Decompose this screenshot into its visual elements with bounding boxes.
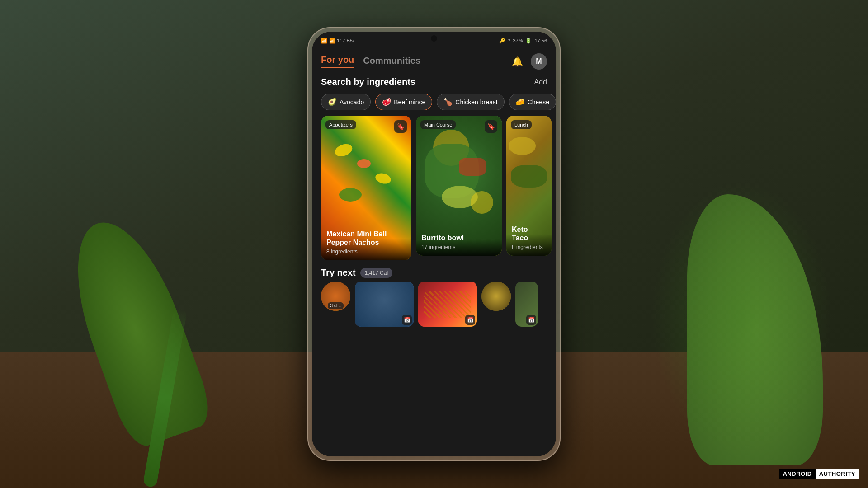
bg-blob <box>651 181 832 452</box>
nachos-title: Mexican Mini Bell Pepper Nachos <box>326 230 406 247</box>
chip-chicken-label: Chicken breast <box>455 99 497 106</box>
chip-cheese-label: Cheese <box>528 99 549 106</box>
chicken-emoji: 🍗 <box>443 98 453 106</box>
avatar[interactable]: M <box>531 53 547 70</box>
calendar-icon-3[interactable]: 📅 <box>465 315 475 325</box>
burrito-info: Burrito bowl 17 ingredients <box>416 228 502 256</box>
calendar-icon-5[interactable]: 📅 <box>526 315 536 325</box>
data-speed: 📶 117 B/s <box>329 38 354 44</box>
tab-communities[interactable]: Communities <box>363 56 420 68</box>
phone-device: 📶 📶 117 B/s 🔑 * 37% 🔋 17:56 For you Comm… <box>307 27 561 461</box>
cheese-emoji: 🧀 <box>516 98 525 106</box>
try-next-title: Try next <box>321 267 356 278</box>
status-left: 📶 📶 117 B/s <box>321 38 354 44</box>
avocado-emoji: 🥑 <box>328 98 337 106</box>
tab-for-you[interactable]: For you <box>321 55 354 68</box>
clock: 17:56 <box>534 38 547 43</box>
signal-icon: 📶 <box>321 38 327 44</box>
keto-info: Keto Taco 8 ingredients <box>506 220 552 256</box>
nav-tabs: For you Communities <box>321 55 420 68</box>
bluetooth-icon: * <box>508 38 510 43</box>
search-section-title: Search by ingredients <box>321 77 415 87</box>
burrito-title: Burrito bowl <box>421 234 496 242</box>
nachos-bookmark[interactable]: 🔖 <box>394 120 407 133</box>
nachos-tag: Appetizers <box>326 120 356 129</box>
burrito-tag: Main Course <box>420 120 456 129</box>
keto-ingredients: 8 ingredients <box>512 244 546 250</box>
status-right: 🔑 * 37% 🔋 17:56 <box>499 38 547 44</box>
beef-emoji: 🥩 <box>382 98 391 106</box>
search-section-header: Search by ingredients Add <box>312 73 556 92</box>
chip-beef-mince[interactable]: 🥩 Beef mince <box>375 94 432 110</box>
chip-chicken-breast[interactable]: 🍗 Chicken breast <box>437 94 504 110</box>
top-navigation: For you Communities 🔔 M <box>312 48 556 73</box>
recipe-card-burrito[interactable]: Main Course 🔖 Burrito bowl 17 ingredient… <box>416 116 502 256</box>
ingredient-chips-row: 🥑 Avocado 🥩 Beef mince 🍗 Chicken breast … <box>312 92 556 116</box>
chip-avocado-label: Avocado <box>340 99 364 106</box>
watermark: ANDROID AUTHORITY <box>779 469 859 479</box>
thumb-image-4 <box>481 282 511 311</box>
calendar-icon-2[interactable]: 📅 <box>402 315 412 325</box>
nav-actions: 🔔 M <box>509 53 547 70</box>
watermark-android: ANDROID <box>779 469 815 479</box>
bottom-thumb-1[interactable]: 3 cl... <box>321 282 350 311</box>
phone-screen: 📶 📶 117 B/s 🔑 * 37% 🔋 17:56 For you Comm… <box>312 32 556 456</box>
bottom-thumb-5[interactable]: 📅 <box>515 282 538 327</box>
thumb-label-1: 3 cl... <box>328 302 344 309</box>
chip-beef-label: Beef mince <box>394 99 425 106</box>
burrito-ingredients: 17 ingredients <box>421 244 496 250</box>
add-ingredient-button[interactable]: Add <box>534 78 547 86</box>
calorie-badge: 1,417 Cal <box>360 268 392 278</box>
nachos-ingredients: 8 ingredients <box>326 249 406 255</box>
keto-title: Keto Taco <box>512 225 546 242</box>
bottom-recipe-row: 3 cl... 📅 📅 <box>312 282 556 327</box>
bottom-thumb-3[interactable]: 📅 <box>418 282 477 327</box>
keto-tag: Lunch <box>511 120 532 129</box>
chip-avocado[interactable]: 🥑 Avocado <box>321 94 371 110</box>
bottom-thumb-4[interactable] <box>481 282 511 311</box>
recipe-cards-row: Appetizers 🔖 Mexican Mini Bell Pepper Na… <box>312 116 556 260</box>
key-icon: 🔑 <box>499 38 505 44</box>
notifications-button[interactable]: 🔔 <box>509 53 525 70</box>
chip-cheese[interactable]: 🧀 Cheese <box>509 94 556 110</box>
watermark-authority: AUTHORITY <box>816 469 859 479</box>
camera-notch <box>431 35 437 42</box>
try-next-section: Try next 1,417 Cal <box>312 260 556 282</box>
battery-level: 37% <box>513 38 523 43</box>
nachos-info: Mexican Mini Bell Pepper Nachos 8 ingred… <box>321 224 411 260</box>
battery-icon: 🔋 <box>525 38 532 44</box>
burrito-bookmark[interactable]: 🔖 <box>485 120 497 133</box>
app-content: For you Communities 🔔 M Search by ingred… <box>312 48 556 456</box>
recipe-card-nachos[interactable]: Appetizers 🔖 Mexican Mini Bell Pepper Na… <box>321 116 411 260</box>
recipe-card-keto[interactable]: Lunch Keto Taco 8 ingredients <box>506 116 552 256</box>
bottom-thumb-2[interactable]: 📅 <box>355 282 414 327</box>
